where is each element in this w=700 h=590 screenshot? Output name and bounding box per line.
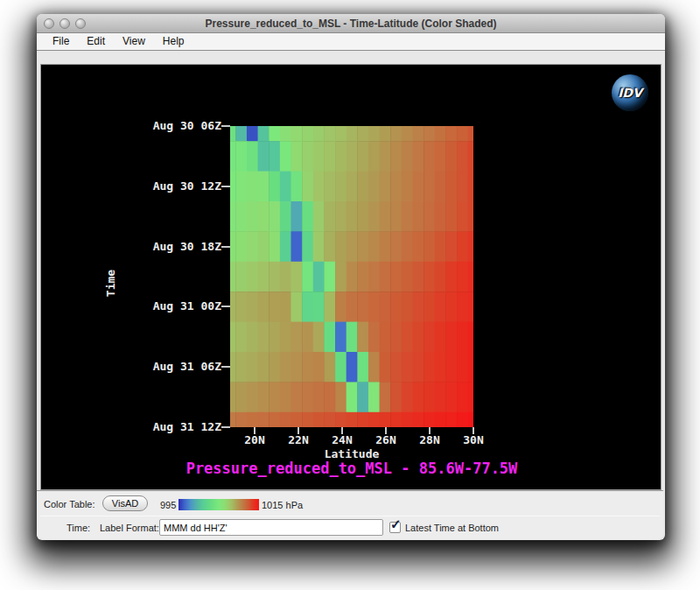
y-tick-label: Aug 30 18Z	[94, 240, 221, 253]
color-legend-bar	[178, 499, 259, 510]
y-tick	[221, 186, 230, 187]
menu-bar: File Edit View Help	[37, 33, 665, 51]
menu-edit[interactable]: Edit	[78, 33, 114, 50]
window-title: Pressure_reduced_to_MSL - Time-Latitude …	[37, 18, 665, 30]
y-tick	[221, 366, 230, 368]
y-tick	[221, 306, 230, 307]
y-tick-label: Aug 30 06Z	[94, 119, 221, 132]
y-tick-label: Aug 31 12Z	[94, 420, 221, 433]
x-tick-label: 30N	[447, 433, 500, 446]
x-axis-title: Latitude	[41, 447, 662, 460]
y-axis-title: Time	[104, 270, 117, 297]
color-table-button[interactable]: VisAD	[102, 495, 148, 511]
latest-time-checkbox[interactable]: ✓	[389, 522, 401, 533]
legend-max-label: 1015 hPa	[262, 500, 303, 510]
panel-divider	[40, 516, 660, 516]
time-label: Time:	[66, 523, 90, 533]
y-tick	[221, 246, 230, 248]
label-format-label: Label Format:	[100, 523, 159, 533]
y-tick	[221, 426, 230, 428]
label-format-input[interactable]	[159, 519, 383, 536]
y-tick-label: Aug 31 06Z	[94, 360, 221, 373]
screenshot-stage: Pressure_reduced_to_MSL - Time-Latitude …	[0, 0, 700, 590]
idv-logo-icon: IDV	[612, 74, 648, 111]
plot-view[interactable]: IDV Aug 30 06ZAug 30 12ZAug 30 18ZAug 31…	[40, 64, 662, 490]
app-window: Pressure_reduced_to_MSL - Time-Latitude …	[37, 14, 665, 540]
legend-min-label: 995	[160, 500, 176, 510]
y-tick	[221, 125, 230, 127]
latest-time-checkbox-label: Latest Time at Bottom	[405, 523, 499, 533]
y-tick-label: Aug 30 12Z	[94, 179, 221, 193]
y-tick-label: Aug 31 00Z	[94, 299, 221, 313]
menu-help[interactable]: Help	[154, 33, 193, 50]
window-titlebar[interactable]: Pressure_reduced_to_MSL - Time-Latitude …	[37, 14, 665, 33]
menu-view[interactable]: View	[114, 33, 154, 50]
plot-title: Pressure_reduced_to_MSL - 85.6W-77.5W	[41, 460, 662, 477]
control-panel: Color Table: VisAD 995 1015 hPa Time: La…	[37, 490, 663, 539]
color-table-label: Color Table:	[44, 499, 95, 509]
time-latitude-heatmap[interactable]	[230, 126, 473, 427]
menu-file[interactable]: File	[44, 33, 78, 50]
checkmark-icon: ✓	[390, 516, 402, 532]
